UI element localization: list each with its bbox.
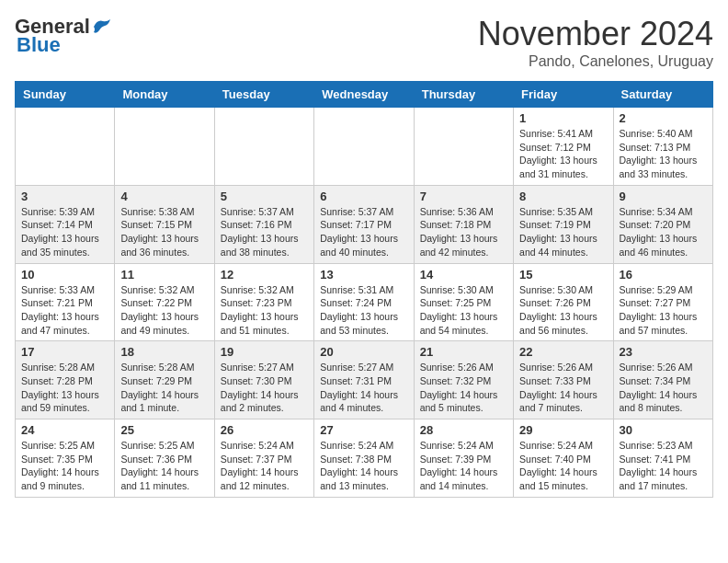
calendar-cell: 2Sunrise: 5:40 AMSunset: 7:13 PMDaylight… [613,108,712,186]
sunset-text: Sunset: 7:35 PM [21,453,108,466]
day-number: 15 [519,268,607,282]
daylight-text: Daylight: 14 hours and 5 minutes. [420,388,507,415]
daylight-text: Daylight: 13 hours and 35 minutes. [21,232,108,259]
day-info: Sunrise: 5:28 AMSunset: 7:28 PMDaylight:… [21,361,108,415]
sunrise-text: Sunrise: 5:24 AM [420,439,507,453]
day-info: Sunrise: 5:23 AMSunset: 7:41 PMDaylight:… [620,439,707,493]
weekday-header-monday: Monday [115,82,214,108]
daylight-text: Daylight: 13 hours and 53 minutes. [320,310,407,337]
day-info: Sunrise: 5:30 AMSunset: 7:25 PMDaylight:… [420,283,507,338]
weekday-header-wednesday: Wednesday [314,82,414,108]
day-number: 1 [519,111,607,125]
sunrise-text: Sunrise: 5:24 AM [519,439,607,453]
calendar-cell: 6Sunrise: 5:37 AMSunset: 7:17 PMDaylight… [314,185,414,263]
sunrise-text: Sunrise: 5:34 AM [620,205,707,219]
sunrise-text: Sunrise: 5:29 AM [620,283,707,297]
sunrise-text: Sunrise: 5:27 AM [221,361,308,374]
day-info: Sunrise: 5:27 AMSunset: 7:30 PMDaylight:… [221,361,308,415]
calendar-cell: 26Sunrise: 5:24 AMSunset: 7:37 PMDayligh… [214,419,313,498]
day-info: Sunrise: 5:34 AMSunset: 7:20 PMDaylight:… [620,205,707,259]
calendar-cell: 30Sunrise: 5:23 AMSunset: 7:41 PMDayligh… [613,419,712,498]
sunrise-text: Sunrise: 5:39 AM [21,205,108,219]
day-info: Sunrise: 5:25 AMSunset: 7:35 PMDaylight:… [21,439,108,493]
sunrise-text: Sunrise: 5:25 AM [120,439,208,453]
calendar-cell: 29Sunrise: 5:24 AMSunset: 7:40 PMDayligh… [514,419,613,498]
sunrise-text: Sunrise: 5:26 AM [420,361,507,374]
day-number: 16 [620,268,707,282]
daylight-text: Daylight: 13 hours and 31 minutes. [519,154,607,180]
calendar-table: SundayMondayTuesdayWednesdayThursdayFrid… [15,81,713,498]
sunset-text: Sunset: 7:31 PM [320,374,407,388]
day-info: Sunrise: 5:40 AMSunset: 7:13 PMDaylight:… [620,127,707,181]
sunrise-text: Sunrise: 5:30 AM [519,283,607,297]
sunset-text: Sunset: 7:22 PM [120,296,208,310]
day-number: 29 [519,423,607,437]
day-number: 21 [420,345,507,359]
day-number: 26 [221,423,308,437]
sunset-text: Sunset: 7:34 PM [620,374,707,388]
day-info: Sunrise: 5:30 AMSunset: 7:26 PMDaylight:… [519,283,607,338]
calendar-cell [414,108,513,186]
daylight-text: Daylight: 14 hours and 14 minutes. [420,465,507,492]
day-info: Sunrise: 5:36 AMSunset: 7:18 PMDaylight:… [420,205,507,259]
day-number: 9 [620,190,707,203]
day-info: Sunrise: 5:24 AMSunset: 7:39 PMDaylight:… [420,439,507,493]
daylight-text: Daylight: 14 hours and 17 minutes. [620,465,707,492]
sunset-text: Sunset: 7:12 PM [519,141,607,155]
weekday-header-saturday: Saturday [613,82,712,108]
calendar-cell [16,108,115,186]
weekday-header-row: SundayMondayTuesdayWednesdayThursdayFrid… [16,82,713,108]
day-number: 25 [120,423,208,437]
day-info: Sunrise: 5:41 AMSunset: 7:12 PMDaylight:… [519,127,607,181]
sunset-text: Sunset: 7:26 PM [519,296,607,310]
calendar-cell: 23Sunrise: 5:26 AMSunset: 7:34 PMDayligh… [613,341,712,419]
sunrise-text: Sunrise: 5:28 AM [120,361,208,374]
day-info: Sunrise: 5:29 AMSunset: 7:27 PMDaylight:… [620,283,707,338]
sunrise-text: Sunrise: 5:37 AM [221,205,308,219]
daylight-text: Daylight: 14 hours and 9 minutes. [21,465,108,492]
daylight-text: Daylight: 14 hours and 13 minutes. [320,465,407,492]
sunset-text: Sunset: 7:23 PM [221,296,308,310]
sunrise-text: Sunrise: 5:31 AM [320,283,407,297]
day-number: 23 [620,345,707,359]
day-info: Sunrise: 5:33 AMSunset: 7:21 PMDaylight:… [21,283,108,338]
day-number: 17 [21,345,108,359]
day-number: 24 [21,423,108,437]
day-number: 27 [320,423,407,437]
day-number: 2 [620,111,707,125]
sunrise-text: Sunrise: 5:38 AM [120,205,208,219]
daylight-text: Daylight: 14 hours and 11 minutes. [120,465,208,492]
sunset-text: Sunset: 7:17 PM [320,218,407,232]
calendar-cell: 14Sunrise: 5:30 AMSunset: 7:25 PMDayligh… [414,263,513,341]
daylight-text: Daylight: 13 hours and 57 minutes. [620,310,707,337]
daylight-text: Daylight: 13 hours and 54 minutes. [420,310,507,337]
sunset-text: Sunset: 7:21 PM [21,296,108,310]
calendar-cell [214,108,313,186]
day-number: 20 [320,345,407,359]
day-number: 7 [420,190,507,203]
day-info: Sunrise: 5:26 AMSunset: 7:32 PMDaylight:… [420,361,507,415]
day-number: 12 [221,268,308,282]
day-number: 3 [21,190,108,203]
calendar-cell: 13Sunrise: 5:31 AMSunset: 7:24 PMDayligh… [314,263,414,341]
sunrise-text: Sunrise: 5:32 AM [120,283,208,297]
daylight-text: Daylight: 14 hours and 15 minutes. [519,465,607,492]
sunset-text: Sunset: 7:20 PM [620,218,707,232]
calendar-cell: 9Sunrise: 5:34 AMSunset: 7:20 PMDaylight… [613,185,712,263]
daylight-text: Daylight: 13 hours and 33 minutes. [620,154,707,180]
daylight-text: Daylight: 14 hours and 12 minutes. [221,465,308,492]
logo: General Blue [15,15,112,57]
calendar-cell: 18Sunrise: 5:28 AMSunset: 7:29 PMDayligh… [115,341,214,419]
day-info: Sunrise: 5:27 AMSunset: 7:31 PMDaylight:… [320,361,407,415]
day-info: Sunrise: 5:25 AMSunset: 7:36 PMDaylight:… [120,439,208,493]
day-info: Sunrise: 5:24 AMSunset: 7:40 PMDaylight:… [519,439,607,493]
sunset-text: Sunset: 7:15 PM [120,218,208,232]
sunset-text: Sunset: 7:32 PM [420,374,507,388]
sunset-text: Sunset: 7:33 PM [519,374,607,388]
sunrise-text: Sunrise: 5:35 AM [519,205,607,219]
daylight-text: Daylight: 14 hours and 7 minutes. [519,388,607,415]
daylight-text: Daylight: 14 hours and 1 minute. [120,388,208,415]
sunset-text: Sunset: 7:14 PM [21,218,108,232]
sunset-text: Sunset: 7:36 PM [120,453,208,466]
sunrise-text: Sunrise: 5:26 AM [620,361,707,374]
